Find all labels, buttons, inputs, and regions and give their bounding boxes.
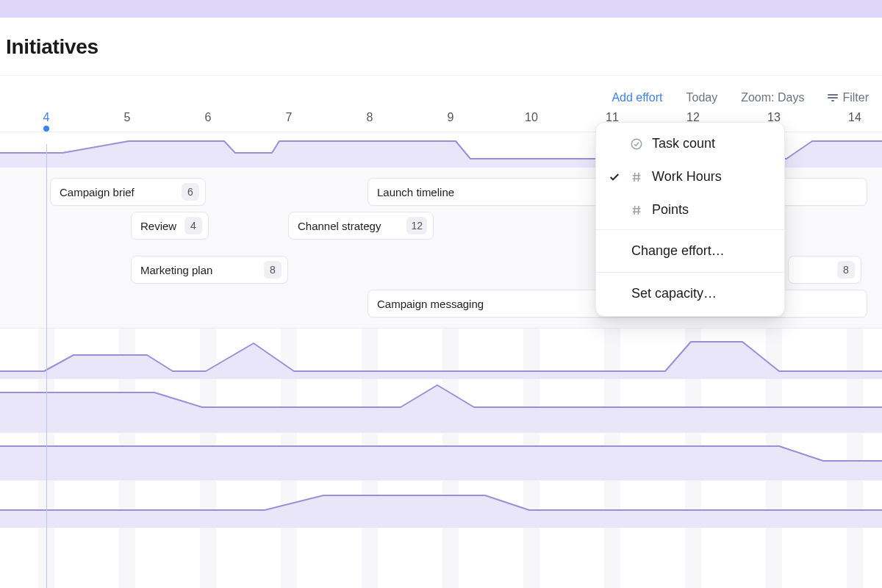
filter-button[interactable]: Filter bbox=[828, 91, 869, 104]
today-indicator-line bbox=[46, 144, 47, 588]
add-effort-button[interactable]: Add effort bbox=[612, 91, 662, 104]
day-number: 9 bbox=[448, 111, 454, 123]
capacity-sparkline bbox=[0, 329, 882, 379]
task-count-badge: 8 bbox=[264, 261, 282, 279]
menu-item-label: Work Hours bbox=[652, 169, 722, 184]
capacity-sparkline bbox=[0, 481, 882, 528]
task-review[interactable]: Review 4 bbox=[131, 212, 209, 240]
effort-option-task-count[interactable]: Task count bbox=[596, 127, 784, 160]
effort-option-points[interactable]: Points bbox=[596, 193, 784, 226]
page-header: Initiatives bbox=[0, 18, 882, 76]
day-header[interactable]: 7 bbox=[248, 110, 329, 124]
capacity-lane bbox=[0, 480, 882, 528]
day-header[interactable]: 9 bbox=[410, 110, 491, 124]
change-effort-action[interactable]: Change effort… bbox=[596, 233, 784, 269]
day-header[interactable]: 6 bbox=[168, 110, 248, 124]
effort-dropdown: Task count Work Hours Points Change effo… bbox=[595, 122, 785, 317]
window-top-band bbox=[0, 0, 882, 18]
selected-check-slot bbox=[608, 137, 621, 151]
timeline-toolbar: Add effort Today Zoom: Days Filter bbox=[0, 76, 882, 110]
capacity-sparkline bbox=[0, 379, 882, 432]
menu-divider bbox=[596, 229, 784, 230]
task-marketing-plan[interactable]: Marketing plan 8 bbox=[131, 256, 288, 284]
task-label: Campaign brief bbox=[60, 186, 182, 198]
zoom-select[interactable]: Zoom: Days bbox=[741, 91, 804, 104]
task-extra-right[interactable]: 8 bbox=[788, 256, 861, 284]
day-header[interactable]: 4 bbox=[6, 110, 87, 124]
capacity-lane bbox=[0, 328, 882, 379]
svg-point-0 bbox=[631, 139, 642, 149]
day-number: 14 bbox=[848, 111, 861, 123]
day-header[interactable]: 8 bbox=[329, 110, 410, 124]
capacity-lane bbox=[0, 379, 882, 432]
task-count-badge: 8 bbox=[837, 261, 855, 279]
today-dot-icon bbox=[43, 126, 49, 132]
hash-icon bbox=[630, 171, 643, 184]
effort-option-work-hours[interactable]: Work Hours bbox=[596, 160, 784, 193]
check-icon bbox=[608, 171, 621, 184]
capacity-lane bbox=[0, 432, 882, 480]
task-label: Channel strategy bbox=[298, 220, 406, 232]
day-number: 4 bbox=[43, 111, 50, 123]
hash-icon bbox=[630, 204, 643, 217]
task-campaign-brief[interactable]: Campaign brief 6 bbox=[50, 178, 206, 206]
day-number: 10 bbox=[525, 111, 538, 123]
day-header[interactable]: 10 bbox=[491, 110, 572, 124]
day-header[interactable]: 5 bbox=[87, 110, 168, 124]
menu-divider bbox=[596, 272, 784, 273]
day-number: 5 bbox=[124, 111, 131, 123]
today-button[interactable]: Today bbox=[686, 91, 717, 104]
day-header[interactable]: 14 bbox=[814, 110, 882, 124]
check-circle-icon bbox=[630, 137, 643, 151]
task-count-badge: 6 bbox=[182, 183, 199, 201]
task-label: Marketing plan bbox=[140, 264, 264, 276]
task-label: Review bbox=[140, 220, 184, 232]
menu-item-label: Points bbox=[652, 202, 689, 218]
menu-item-label: Task count bbox=[652, 136, 715, 151]
task-count-badge: 4 bbox=[184, 217, 202, 234]
set-capacity-action[interactable]: Set capacity… bbox=[596, 276, 784, 312]
day-number: 6 bbox=[205, 111, 212, 123]
task-channel-strategy[interactable]: Channel strategy 12 bbox=[288, 212, 434, 240]
day-number: 8 bbox=[367, 111, 373, 123]
filter-label: Filter bbox=[842, 91, 869, 104]
capacity-sparkline bbox=[0, 433, 882, 480]
page-title: Initiatives bbox=[6, 35, 876, 59]
filter-icon bbox=[828, 94, 838, 101]
day-number: 7 bbox=[286, 111, 293, 123]
task-count-badge: 12 bbox=[406, 217, 427, 234]
selected-check-slot bbox=[608, 204, 621, 217]
